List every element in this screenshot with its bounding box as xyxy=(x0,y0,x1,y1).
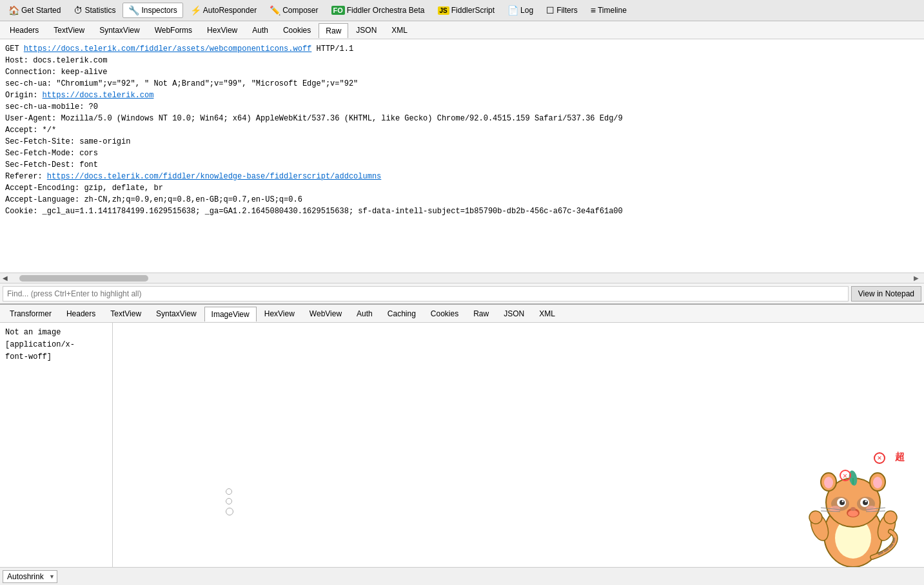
get-method: GET xyxy=(5,44,24,53)
sec-fetch-dest: Sec-Fetch-Dest: font xyxy=(5,160,98,169)
referer-label: Referer: xyxy=(5,172,47,181)
response-tab-bar: Transformer Headers TextView SyntaxView … xyxy=(0,305,924,323)
toolbar-btn-timeline[interactable]: ≡ Timeline xyxy=(585,3,633,18)
tab-transformer[interactable]: Transformer xyxy=(3,306,59,321)
tab-xml-res[interactable]: XML xyxy=(532,306,562,321)
toolbar-btn-fiddler-orchestra[interactable]: FO Fiddler Orchestra Beta xyxy=(326,3,431,17)
main-toolbar: 🏠 Get Started ⏱ Statistics 🔧 Inspectors … xyxy=(0,0,924,21)
find-input[interactable] xyxy=(3,286,849,302)
accept-language: Accept-Language: zh-CN,zh;q=0.9,en;q=0.8… xyxy=(5,195,302,204)
tab-hexview-res[interactable]: HexView xyxy=(257,306,302,321)
svg-point-14 xyxy=(865,501,867,503)
request-inspector: Headers TextView SyntaxView WebForms Hex… xyxy=(0,21,924,305)
request-raw-content: GET https://docs.telerik.com/fiddler/ass… xyxy=(0,39,924,273)
sec-fetch-site: Sec-Fetch-Site: same-origin xyxy=(5,137,130,146)
log-icon: 📄 xyxy=(507,5,518,15)
tab-raw-req[interactable]: Raw xyxy=(319,23,348,38)
tab-webview[interactable]: WebView xyxy=(302,306,349,321)
tab-syntaxview-req[interactable]: SyntaxView xyxy=(92,23,146,37)
fo-icon: FO xyxy=(331,6,345,15)
tab-hexview-req[interactable]: HexView xyxy=(200,23,244,37)
toolbar-btn-composer[interactable]: ✏️ Composer xyxy=(264,3,324,18)
svg-point-16 xyxy=(848,510,858,517)
svg-point-13 xyxy=(842,501,844,503)
svg-point-26 xyxy=(809,511,822,524)
sec-ch-ua-mobile: sec-ch-ua-mobile: ?0 xyxy=(5,102,98,111)
tab-auth-res[interactable]: Auth xyxy=(349,306,380,321)
tab-auth-req[interactable]: Auth xyxy=(245,23,275,37)
tab-syntaxview-res[interactable]: SyntaxView xyxy=(149,306,203,321)
js-icon: JS xyxy=(438,6,449,15)
not-image-line3: font-woff] xyxy=(5,352,52,361)
view-in-notepad-button[interactable]: View in Notepad xyxy=(851,286,921,302)
image-display-area: 超 × 超 × xyxy=(113,323,924,567)
scroll-left-arrow[interactable]: ◀ xyxy=(3,274,8,282)
image-view-text: Not an image [application/x- font-woff] xyxy=(0,323,113,567)
tab-caching[interactable]: Caching xyxy=(380,306,423,321)
toolbar-btn-fiddlerscript[interactable]: JS FiddlerScript xyxy=(432,3,501,17)
toolbar-btn-filters[interactable]: ☐ Filters xyxy=(540,3,584,18)
request-tab-bar: Headers TextView SyntaxView WebForms Hex… xyxy=(0,21,924,39)
raw-content-text: GET https://docs.telerik.com/fiddler/ass… xyxy=(0,39,924,273)
autoshrink-bar: Autoshrink Fit Width Fit Height 100% 200… xyxy=(0,567,924,585)
referer-url[interactable]: https://docs.telerik.com/fiddler/knowled… xyxy=(47,172,381,181)
svg-point-5 xyxy=(824,477,833,488)
not-image-line1: Not an image xyxy=(5,328,61,337)
composer-icon: ✏️ xyxy=(270,5,280,15)
response-inspector: Transformer Headers TextView SyntaxView … xyxy=(0,305,924,585)
scrollbar-thumb[interactable] xyxy=(19,275,148,282)
origin-url[interactable]: https://docs.telerik.com xyxy=(43,91,154,100)
sec-fetch-mode: Sec-Fetch-Mode: cors xyxy=(5,149,98,158)
svg-point-27 xyxy=(884,511,897,524)
autoresponder-icon: ⚡ xyxy=(190,5,201,15)
svg-point-6 xyxy=(873,477,882,488)
autoshrink-select[interactable]: Autoshrink Fit Width Fit Height 100% 200… xyxy=(3,570,57,583)
user-agent-header: User-Agent: Mozilla/5.0 (Windows NT 10.0… xyxy=(5,114,623,123)
horizontal-scrollbar[interactable]: ◀ ▶ xyxy=(0,273,924,283)
svg-text:×: × xyxy=(843,472,847,481)
tab-textview-res[interactable]: TextView xyxy=(103,306,148,321)
tab-textview-req[interactable]: TextView xyxy=(46,23,92,37)
find-bar: View in Notepad xyxy=(0,283,924,303)
toolbar-btn-autoresponder[interactable]: ⚡ AutoResponder xyxy=(184,3,262,18)
svg-point-17 xyxy=(850,507,856,511)
tab-raw-res[interactable]: Raw xyxy=(466,306,496,321)
tab-webforms-req[interactable]: WebForms xyxy=(148,23,199,37)
main-content: Headers TextView SyntaxView WebForms Hex… xyxy=(0,21,924,585)
accept-encoding: Accept-Encoding: gzip, deflate, br xyxy=(5,184,163,193)
timeline-icon: ≡ xyxy=(591,5,596,15)
tab-imageview[interactable]: ImageView xyxy=(204,307,257,321)
scroll-right-arrow[interactable]: ▶ xyxy=(914,274,919,282)
tab-headers-req[interactable]: Headers xyxy=(3,23,46,37)
tab-cookies-req[interactable]: Cookies xyxy=(276,23,318,37)
not-image-line2: [application/x- xyxy=(5,340,75,349)
tab-headers-res[interactable]: Headers xyxy=(59,306,103,321)
tab-json-res[interactable]: JSON xyxy=(496,306,531,321)
toolbar-btn-get-started[interactable]: 🏠 Get Started xyxy=(3,3,66,18)
filters-icon: ☐ xyxy=(546,5,555,15)
request-url[interactable]: https://docs.telerik.com/fiddler/assets/… xyxy=(24,44,311,53)
origin-label: Origin: xyxy=(5,91,43,100)
accept-header: Accept: */* xyxy=(5,126,56,135)
toolbar-btn-inspectors[interactable]: 🔧 Inspectors xyxy=(123,3,182,18)
toolbar-btn-statistics[interactable]: ⏱ Statistics xyxy=(68,3,121,18)
inspectors-icon: 🔧 xyxy=(128,5,139,15)
response-content-area: Not an image [application/x- font-woff] xyxy=(0,323,924,567)
sec-ch-ua-header: sec-ch-ua: "Chromium";v="92", " Not A;Br… xyxy=(5,79,358,88)
toolbar-btn-log[interactable]: 📄 Log xyxy=(502,3,539,18)
tab-json-req[interactable]: JSON xyxy=(349,23,384,37)
tab-cookies-res[interactable]: Cookies xyxy=(424,306,466,321)
autoshrink-wrapper: Autoshrink Fit Width Fit Height 100% 200… xyxy=(3,570,57,583)
cartoon-character: 超 × 超 × xyxy=(801,451,905,567)
http-version: HTTP/1.1 xyxy=(311,44,353,53)
connection-header: Connection: keep-alive xyxy=(5,68,107,77)
host-header: Host: docs.telerik.com xyxy=(5,56,107,65)
tab-xml-req[interactable]: XML xyxy=(384,23,415,37)
cookie-header: Cookie: _gcl_au=1.1.1411784199.162951563… xyxy=(5,207,623,216)
statistics-icon: ⏱ xyxy=(74,5,83,15)
home-icon: 🏠 xyxy=(8,5,19,15)
